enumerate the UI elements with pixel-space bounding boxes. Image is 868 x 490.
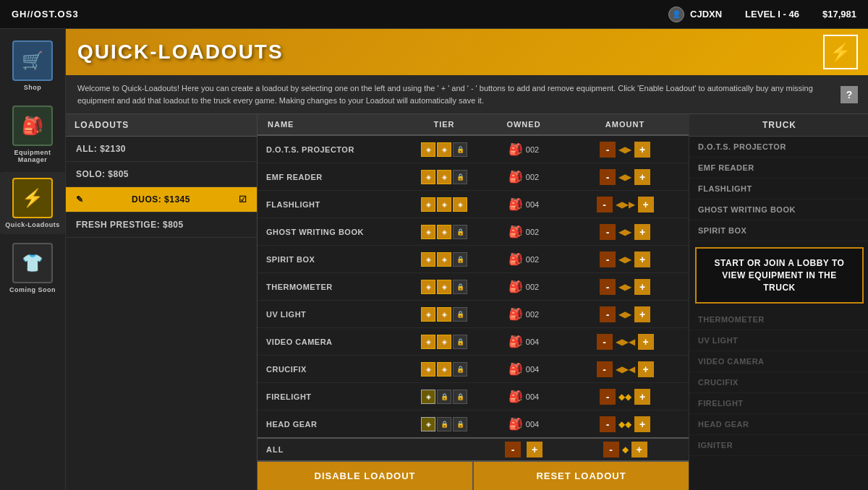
equipment-icon: 🎒 <box>12 106 53 146</box>
level-display: LEVEL I - 46 <box>745 9 799 20</box>
loadout-active-label: DUOS: $1345 <box>132 194 190 205</box>
table-row: CRUCIFIX ◈ ◈ 🔒 🎒 004 - ◀▶◀ <box>258 356 689 383</box>
minus-button[interactable]: - <box>600 389 616 405</box>
truck-item: IGNITER <box>689 435 868 456</box>
item-name: VIDEO CAMERA <box>263 333 408 351</box>
loadout-item-2[interactable]: ✎ DUOS: $1345 ☑ <box>66 187 257 212</box>
table-row: FIRELIGHT ◈ 🔒 🔒 🎒 004 - ◆◆ <box>258 383 689 411</box>
help-button[interactable]: ? <box>841 86 858 103</box>
plus-button[interactable]: + <box>638 197 654 212</box>
owned-count: 004 <box>526 392 539 401</box>
table-row: THERMOMETER ◈ ◈ 🔒 🎒 002 - ◀▶ <box>258 273 689 301</box>
minus-button[interactable]: - <box>597 197 613 212</box>
truck-item: THERMOMETER <box>689 309 868 330</box>
plus-button[interactable]: + <box>634 306 650 322</box>
sidebar-shop-label: Shop <box>24 84 42 91</box>
item-name: FLASHLIGHT <box>263 196 408 213</box>
edit-icon: ✎ <box>76 194 84 205</box>
amount-cell: - ◀▶ + <box>567 169 683 185</box>
owned-cell: 🎒 002 <box>480 307 567 321</box>
minus-button[interactable]: - <box>600 252 616 267</box>
sidebar-item-quick-loadouts[interactable]: ⚡ Quick-Loadouts <box>0 172 65 234</box>
table-row: GHOST WRITING BOOK ◈ ◈ 🔒 🎒 002 - ◀▶ <box>258 218 689 246</box>
owned-cell: 🎒 002 <box>480 280 567 293</box>
loadout-item-3[interactable]: FRESH PRESTIGE: $805 <box>66 212 257 238</box>
amount-cell: - ◀▶▶ + <box>567 197 683 212</box>
sidebar-item-equipment[interactable]: 🎒 EquipmentManager <box>0 100 65 169</box>
owned-count: 004 <box>526 200 539 209</box>
owned-count: 002 <box>526 283 539 291</box>
plus-button[interactable]: + <box>638 361 654 377</box>
item-name: EMF READER <box>263 168 408 186</box>
tier-icon-1: ◈ <box>421 197 435 212</box>
minus-button[interactable]: - <box>597 361 613 377</box>
plus-button[interactable]: + <box>634 169 650 185</box>
check-icon: ☑ <box>239 194 247 205</box>
plus-button[interactable]: + <box>634 224 650 240</box>
plus-button[interactable]: + <box>634 389 650 405</box>
sidebar-ql-label: Quick-Loadouts <box>5 221 60 228</box>
all-plus-left[interactable]: + <box>527 442 542 457</box>
tier-icons: ◈ 🔒 🔒 <box>408 417 480 431</box>
lower-content: LOADOUTS ALL: $2130 SOLO: $805 ✎ DUOS: $… <box>66 114 868 490</box>
minus-button[interactable]: - <box>600 416 616 432</box>
loadout-item-1[interactable]: SOLO: $805 <box>66 162 257 187</box>
item-name: SPIRIT BOX <box>263 251 408 268</box>
amount-cell: - ◆◆ + <box>567 416 683 432</box>
col-name: NAME <box>263 114 408 134</box>
sidebar-item-shop[interactable]: 🛒 Shop <box>0 35 65 97</box>
all-plus-right[interactable]: + <box>631 442 647 457</box>
truck-item: FIRELIGHT <box>689 393 868 414</box>
minus-button[interactable]: - <box>600 169 616 185</box>
truck-item: UV LIGHT <box>689 330 868 351</box>
equipment-table-header: NAME TIER OWNED AMOUNT <box>258 114 689 136</box>
item-name: FIRELIGHT <box>263 388 408 405</box>
all-minus-right[interactable]: - <box>603 442 619 457</box>
minus-button[interactable]: - <box>597 334 613 350</box>
table-row: SPIRIT BOX ◈ ◈ 🔒 🎒 002 - ◀▶ <box>258 246 689 273</box>
truck-panel: TRUCK D.O.T.S. PROJECTOR EMF READER FLAS… <box>689 114 868 490</box>
truck-item: SPIRIT BOX <box>689 220 868 241</box>
plus-button[interactable]: + <box>634 416 650 432</box>
tier-icon-3: 🔒 <box>453 142 467 157</box>
all-right-amount: - ◆ + <box>567 442 683 457</box>
minus-button[interactable]: - <box>600 224 616 240</box>
amount-cell: - ◀▶ + <box>567 306 683 322</box>
owned-count: 002 <box>526 173 539 181</box>
plus-button[interactable]: + <box>634 142 650 158</box>
tier-icons: ◈ ◈ 🔒 <box>408 170 480 184</box>
plus-button[interactable]: + <box>634 279 650 295</box>
reset-loadout-button[interactable]: RESET LOADOUT <box>474 462 689 490</box>
right-info: 👤 CJDXN LEVEL I - 46 $17,981 <box>668 7 856 22</box>
tier-icon-2: ◈ <box>437 142 451 157</box>
minus-button[interactable]: - <box>600 279 616 295</box>
truck-item: CRUCIFIX <box>689 372 868 393</box>
tier-icons: ◈ ◈ ◈ <box>408 197 480 212</box>
sidebar-item-coming-soon[interactable]: 👕 Coming Soon <box>0 237 65 299</box>
plus-button[interactable]: + <box>638 334 654 350</box>
all-label: ALL <box>263 442 408 457</box>
owned-icon: 🎒 <box>509 142 523 156</box>
disable-loadout-button[interactable]: DISABLE LOADOUT <box>258 462 474 490</box>
plus-button[interactable]: + <box>634 252 650 267</box>
all-row: ALL - + - ◆ + <box>258 437 689 460</box>
minus-button[interactable]: - <box>600 142 616 158</box>
owned-cell: 🎒 002 <box>480 170 567 184</box>
truck-tooltip-text: START OR JOIN A LOBBY TO VIEW EQUIPMENT … <box>705 257 854 293</box>
owned-count: 002 <box>526 310 539 319</box>
amount-display: ◀▶▶ <box>616 199 635 210</box>
minus-button[interactable]: - <box>600 306 616 322</box>
owned-cell: 🎒 002 <box>480 252 567 266</box>
col-tier: TIER <box>408 114 480 134</box>
item-name: CRUCIFIX <box>263 361 408 378</box>
truck-item: VIDEO CAMERA <box>689 351 868 372</box>
loadout-item-0[interactable]: ALL: $2130 <box>66 137 257 162</box>
logo: GH//OST.OS3 <box>12 9 79 20</box>
tier-icons: ◈ ◈ 🔒 <box>408 142 480 157</box>
table-row: VIDEO CAMERA ◈ ◈ 🔒 🎒 004 - ◀▶◀ <box>258 328 689 356</box>
tier-icons: ◈ 🔒 🔒 <box>408 390 480 404</box>
amount-cell: - ◀▶ + <box>567 252 683 267</box>
tier-icons: ◈ ◈ 🔒 <box>408 307 480 322</box>
description-text: Welcome to Quick-Loadouts! Here you can … <box>77 82 832 106</box>
all-minus-left[interactable]: - <box>505 442 521 457</box>
